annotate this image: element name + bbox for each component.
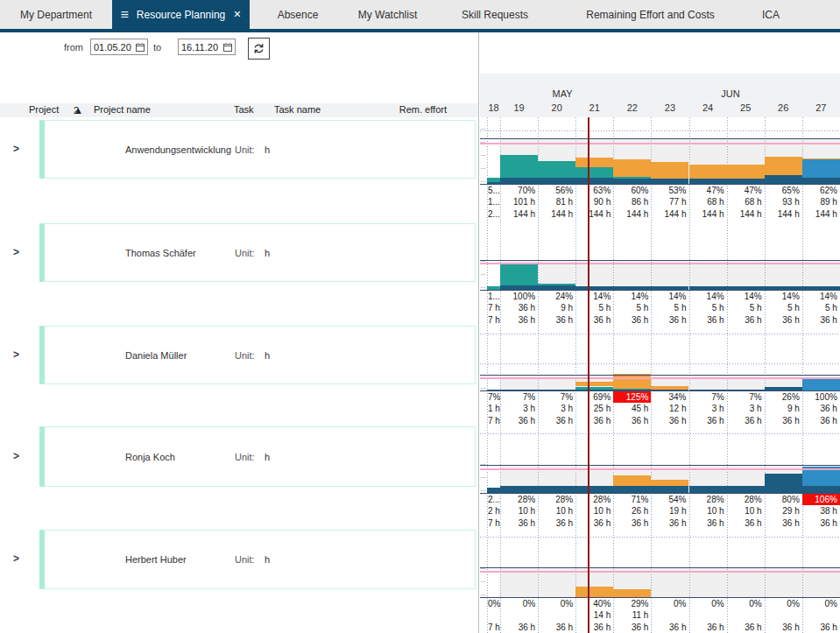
value-cell: 5 h <box>689 302 727 313</box>
value-cell: 125% <box>613 391 651 403</box>
value-cell: 0% <box>500 598 538 609</box>
value-cell: 63% <box>575 185 613 196</box>
col-task: Task <box>234 104 254 115</box>
value-cell: 3 h <box>538 403 575 414</box>
axis-tick <box>481 477 486 478</box>
value-cell: 12 h <box>651 403 688 414</box>
value-cell: 5 h <box>765 302 802 313</box>
utilization-bar-segment <box>500 486 538 493</box>
value-cell: 36 h <box>727 415 765 426</box>
person-row-card[interactable]: AnwendungsentwicklungUnit:h <box>39 120 476 179</box>
utilization-bar-segment <box>538 161 575 178</box>
utilization-bar-segment <box>651 486 688 493</box>
calendar-icon[interactable] <box>136 43 145 52</box>
col-project: Project <box>29 104 59 115</box>
value-cell: 0% <box>727 598 765 609</box>
tab-skill-requests[interactable]: Skill Requests <box>429 0 561 29</box>
person-row-card[interactable]: Herbert HuberUnit:h <box>39 530 476 589</box>
utilization-bar-segment <box>538 486 575 493</box>
axis-tick <box>481 568 486 569</box>
value-cell: 36 h <box>613 622 651 633</box>
person-row-card[interactable]: Daniela MüllerUnit:h <box>39 326 476 384</box>
plot-top-line <box>480 567 840 568</box>
value-cell: 5... <box>487 185 500 196</box>
value-cell: 80% <box>765 494 802 505</box>
value-cell: 47% <box>689 185 727 196</box>
col-rem-effort: Rem. effort <box>377 104 447 115</box>
sort-asc-icon: ▲ <box>74 105 83 116</box>
value-cell: 144 h <box>727 208 765 220</box>
unit-value: h <box>265 350 270 361</box>
value-cell: 2... <box>487 208 500 220</box>
expand-chevron-icon[interactable]: > <box>13 552 19 565</box>
value-cell: 14% <box>727 291 765 302</box>
utilization-bar-segment <box>613 374 651 389</box>
tab-absence[interactable]: Absence <box>250 0 346 29</box>
axis-tick <box>481 168 486 169</box>
week-label: 22 <box>613 102 651 113</box>
value-cell: 68 h <box>727 196 765 207</box>
project-name-label: Thomas Schäfer <box>125 248 196 258</box>
close-icon[interactable]: ✕ <box>233 10 241 19</box>
value-cell: 36 h <box>689 314 727 326</box>
value-cell: 69% <box>575 391 613 403</box>
value-cell: 36 h <box>500 622 538 633</box>
value-cell: 89 h <box>802 196 840 207</box>
expand-chevron-icon[interactable]: > <box>13 143 19 155</box>
from-date-input[interactable]: 01.05.20 <box>90 39 148 55</box>
value-cell: 28% <box>538 494 575 505</box>
unit-value: h <box>265 554 270 565</box>
value-cell: 28% <box>575 494 613 505</box>
value-cell: 144 h <box>538 208 575 220</box>
value-cell: 0% <box>802 598 840 609</box>
expand-chevron-icon[interactable]: > <box>13 348 19 361</box>
expand-chevron-icon[interactable]: > <box>13 246 19 258</box>
to-date-input[interactable]: 16.11.20 <box>178 39 236 55</box>
person-row-card[interactable]: Ronja KochUnit:h <box>39 426 476 487</box>
axis-tick <box>481 490 486 491</box>
week-label: 20 <box>538 102 575 113</box>
capacity-line <box>480 468 840 470</box>
value-cell <box>651 609 688 621</box>
value-cell: 36 h <box>613 415 651 426</box>
utilization-bar-segment <box>765 157 802 175</box>
value-cell: 14% <box>613 291 651 302</box>
tab-my-department[interactable]: My Department <box>0 0 112 29</box>
menu-icon[interactable]: ≡ <box>121 8 129 22</box>
value-cell: 10 h <box>500 505 538 517</box>
value-cell: 36 h <box>613 517 651 529</box>
col-task-name: Task name <box>274 104 321 115</box>
value-cell: 36 h <box>802 622 840 633</box>
utilization-bar-segment <box>575 587 613 597</box>
tab-resource-planning[interactable]: ≡ Resource Planning ✕ <box>112 0 250 29</box>
refresh-icon <box>252 42 265 55</box>
calendar-icon[interactable] <box>223 43 232 52</box>
value-cell: 36 h <box>802 415 840 426</box>
unit-value: h <box>265 144 270 155</box>
tab-my-watchlist[interactable]: My Watchlist <box>346 0 429 29</box>
value-cell: 144 h <box>765 208 802 220</box>
person-row-card[interactable]: Thomas SchäferUnit:h <box>39 223 476 282</box>
utilization-bar-segment <box>802 377 840 390</box>
value-cell: 9 h <box>765 403 802 414</box>
value-cell: 24% <box>538 291 575 302</box>
plot-top-line <box>480 465 840 466</box>
value-cell: 3 h <box>689 403 727 414</box>
value-cell: 5 h <box>727 302 765 313</box>
utilization-bar-segment <box>500 155 538 178</box>
tab-remaining-effort-and-costs[interactable]: Remaining Effort and Costs <box>561 0 740 29</box>
value-cell: 144 h <box>575 208 613 220</box>
value-cell: 9 h <box>538 302 575 313</box>
value-cell: 93 h <box>765 196 802 207</box>
utilization-bar-segment <box>765 175 802 184</box>
value-cell: 36 h <box>575 517 613 529</box>
value-cell: 14% <box>575 291 613 302</box>
utilization-bar-segment <box>689 165 727 179</box>
utilization-bar-segment <box>802 486 840 493</box>
utilization-bar-segment <box>575 382 613 387</box>
tab-ica[interactable]: ICA <box>740 0 801 29</box>
refresh-button[interactable] <box>248 38 270 60</box>
tab-label: Remaining Effort and Costs <box>586 9 715 21</box>
project-name-label: Herbert Huber <box>125 554 187 565</box>
expand-chevron-icon[interactable]: > <box>13 450 19 462</box>
